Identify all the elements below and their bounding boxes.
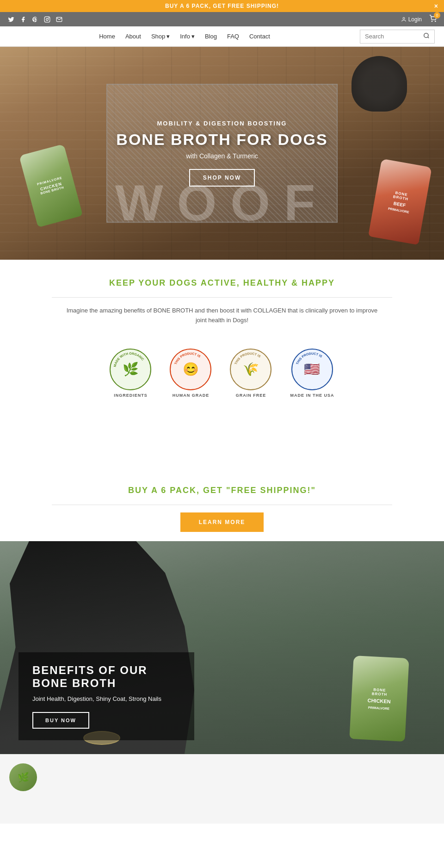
learn-more-button[interactable]: LEARN MORE (180, 512, 264, 532)
benefits-bag-product: BONEBROTH CHICKEN PRIMALVORE (352, 657, 407, 740)
nav-shop[interactable]: Shop ▾ (151, 33, 170, 40)
social-icons-group (7, 16, 63, 23)
benefits-title: BENEFITS OF OUR BONE BROTH (32, 664, 180, 690)
badge-usa-label: MADE IN THE USA (290, 393, 334, 398)
badge-human-grade-icon: 😊 (183, 362, 199, 377)
info-chevron-icon: ▾ (191, 33, 195, 40)
bag-beef-brand: PRIMALVORE (388, 207, 409, 214)
section-divider-2 (52, 505, 392, 505)
svg-point-6 (424, 33, 428, 37)
section-divider-1 (52, 297, 392, 298)
badge-human-grade-label: HUMAN GRADE (173, 393, 210, 398)
announcement-text: BUY A 6 PACK, GET FREE SHIPPING! (165, 3, 279, 9)
benefits-subtitle: Joint Health, Digestion, Shiny Coat, Str… (32, 694, 180, 704)
badge-usa-icon: 🇺🇸 (304, 362, 320, 377)
hero-title: BONE BROTH FOR DOGS (116, 131, 327, 149)
utility-right: Login 0 (401, 15, 437, 24)
nav-faq[interactable]: FAQ (227, 33, 239, 40)
svg-point-3 (403, 17, 405, 19)
svg-point-5 (435, 21, 436, 21)
keep-active-section: KEEP YOUR DOGS ACTIVE, HEALTHY & HAPPY I… (0, 260, 444, 425)
nav-about[interactable]: About (125, 33, 141, 40)
benefits-hero-section: BONEBROTH CHICKEN PRIMALVORE BENEFITS OF… (0, 541, 444, 754)
free-shipping-section: BUY A 6 PACK, GET "FREE SHIPPING!" LEARN… (0, 462, 444, 541)
facebook-icon[interactable] (19, 16, 27, 23)
svg-point-2 (49, 18, 49, 18)
login-link[interactable]: Login (401, 16, 422, 23)
search-icon[interactable] (423, 32, 430, 41)
email-icon[interactable] (56, 16, 63, 23)
nav-blog[interactable]: Blog (205, 33, 217, 40)
hero-tagline: with Collagen & Turmeric (116, 152, 327, 160)
svg-point-4 (432, 21, 432, 21)
free-shipping-title: BUY A 6 PACK, GET "FREE SHIPPING!" (9, 486, 435, 495)
utility-bar: Login 0 (0, 12, 444, 26)
badge-human-grade: THIS PRODUCT IS 😊 HUMAN GRADE (170, 349, 211, 398)
badge-grain-free: THIS PRODUCT IS 🌾 GRAIN FREE (230, 349, 271, 398)
cart-count: 0 (434, 12, 440, 19)
hero-shop-now-button[interactable]: SHOP NOW (189, 169, 255, 187)
hero-section: WOOF PRIMALVORE CHICKEN BONE BROTH BONE … (0, 47, 444, 260)
search-input[interactable] (365, 33, 420, 40)
keep-active-text: Imagine the amazing benefits of BONE BRO… (60, 306, 384, 325)
search-form[interactable] (360, 30, 435, 44)
hero-bag-chicken: PRIMALVORE CHICKEN BONE BROTH (28, 149, 74, 223)
bottom-badge-hint: 🌿 (9, 763, 37, 791)
svg-point-1 (46, 18, 49, 20)
twitter-icon[interactable] (7, 16, 15, 23)
cart-icon[interactable]: 0 (429, 15, 437, 24)
product-badges-row: MADE WITH ORGANIC 🌿 INGREDIENTS THIS PRO… (9, 339, 435, 412)
svg-line-7 (428, 37, 429, 38)
spacer-1 (0, 425, 444, 462)
badge-organic-icon: 🌿 (123, 362, 139, 377)
shop-chevron-icon: ▾ (166, 33, 170, 40)
bottom-partial-section: 🌿 (0, 754, 444, 824)
badge-made-in-usa: THIS PRODUCT IS 🇺🇸 MADE IN THE USA (290, 349, 334, 398)
hero-content: MOBILITY & DIGESTION BOOSTING BONE BROTH… (116, 120, 327, 187)
announcement-bar: BUY A 6 PACK, GET FREE SHIPPING! × (0, 0, 444, 12)
nav-home[interactable]: Home (99, 33, 115, 40)
announcement-close-button[interactable]: × (434, 2, 438, 10)
nav-links: Home About Shop ▾ Info ▾ Blog FAQ Contac… (9, 26, 360, 46)
benefits-text-box: BENEFITS OF OUR BONE BROTH Joint Health,… (18, 652, 194, 740)
main-navigation: Home About Shop ▾ Info ▾ Blog FAQ Contac… (0, 26, 444, 47)
hero-dog-element (352, 56, 407, 112)
hero-subtitle: MOBILITY & DIGESTION BOOSTING (116, 120, 327, 127)
nav-info[interactable]: Info ▾ (180, 33, 195, 40)
nav-contact[interactable]: Contact (249, 33, 270, 40)
badge-grain-free-label: GRAIN FREE (236, 393, 266, 398)
badge-organic: MADE WITH ORGANIC 🌿 INGREDIENTS (110, 349, 151, 398)
instagram-icon[interactable] (43, 16, 51, 23)
pinterest-icon[interactable] (31, 16, 39, 23)
bottom-section-content: 🌿 (0, 754, 444, 800)
buy-now-button[interactable]: BUY NOW (32, 712, 89, 729)
svg-rect-0 (44, 17, 50, 22)
badge-organic-label: INGREDIENTS (114, 393, 148, 398)
hero-bag-beef: BONE BROTH BEEF PRIMALVORE (375, 162, 426, 241)
keep-active-title: KEEP YOUR DOGS ACTIVE, HEALTHY & HAPPY (9, 278, 435, 288)
badge-grain-free-icon: 🌾 (243, 362, 259, 377)
benefits-content: BENEFITS OF OUR BONE BROTH Joint Health,… (0, 638, 213, 754)
